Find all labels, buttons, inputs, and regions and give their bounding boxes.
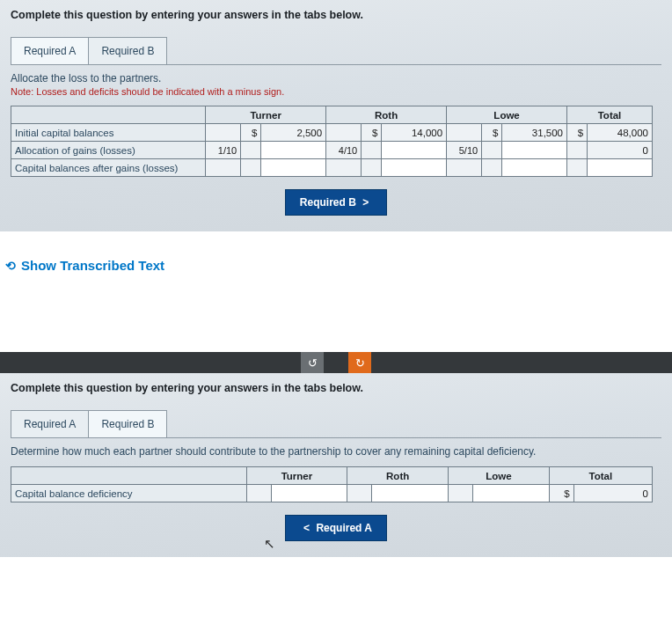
row-alloc-label: Allocation of gains (losses) bbox=[11, 142, 206, 159]
roth-def-input[interactable] bbox=[372, 485, 449, 502]
instruction-text: Complete this question by entering your … bbox=[11, 382, 665, 394]
panel-required-b: Complete this question by entering your … bbox=[0, 373, 672, 557]
nav-label: Required A bbox=[316, 522, 372, 534]
table-row: Allocation of gains (losses) 1/10 4/10 5… bbox=[11, 142, 653, 159]
nav-row-top: Required B > bbox=[11, 189, 661, 216]
col-lowe: Lowe bbox=[447, 106, 567, 124]
cell bbox=[362, 159, 382, 177]
prompt-b: Determine how much each partner should c… bbox=[11, 445, 661, 458]
next-required-b-button[interactable]: Required B > bbox=[285, 189, 387, 216]
prompt-a: Allocate the loss to the partners. bbox=[11, 72, 661, 84]
undo-button[interactable]: ↺ bbox=[301, 352, 324, 373]
turner-alloc-input[interactable] bbox=[261, 142, 326, 159]
nav-row-bottom: < Required A bbox=[11, 515, 661, 541]
transcribed-section: Show Transcribed Text bbox=[0, 231, 672, 352]
cell[interactable] bbox=[206, 124, 241, 142]
tab-body-b: Determine how much each partner should c… bbox=[11, 437, 661, 541]
table-row: Capital balance deficiency $ 0 bbox=[11, 485, 653, 502]
lowe-def-input[interactable] bbox=[473, 485, 550, 502]
deficiency-table: Turner Roth Lowe Total Capital balance d… bbox=[11, 466, 653, 502]
row-initial-label: Initial capital balances bbox=[11, 124, 206, 142]
cell: $ bbox=[482, 124, 502, 142]
cell bbox=[567, 159, 588, 177]
col-lowe: Lowe bbox=[449, 467, 550, 485]
tabs-top: Required A Required B bbox=[11, 37, 665, 64]
roth-alloc-input[interactable] bbox=[382, 142, 447, 159]
total-def: 0 bbox=[573, 485, 652, 502]
col-blank bbox=[11, 467, 247, 485]
tab-required-b[interactable]: Required B bbox=[89, 410, 167, 437]
lowe-fraction[interactable]: 5/10 bbox=[447, 142, 482, 159]
lowe-initial[interactable]: 31,500 bbox=[502, 124, 567, 142]
cell bbox=[482, 142, 502, 159]
turner-after-input[interactable] bbox=[261, 159, 326, 177]
panel-required-a: Complete this question by entering your … bbox=[0, 0, 672, 231]
col-blank bbox=[11, 106, 206, 124]
cell bbox=[482, 159, 502, 177]
cell bbox=[567, 142, 588, 159]
mid-toolbar: ↺ ↻ bbox=[0, 352, 672, 373]
tab-required-a[interactable]: Required A bbox=[11, 410, 89, 437]
cell[interactable] bbox=[326, 159, 362, 177]
undo-icon: ↺ bbox=[308, 356, 318, 370]
roth-fraction[interactable]: 4/10 bbox=[326, 142, 362, 159]
col-turner: Turner bbox=[246, 467, 347, 485]
cell bbox=[362, 142, 382, 159]
instruction-text: Complete this question by entering your … bbox=[11, 9, 665, 21]
allocation-table: Turner Roth Lowe Total Initial capital b… bbox=[11, 106, 653, 177]
redo-icon: ↻ bbox=[355, 356, 365, 370]
cell[interactable] bbox=[206, 159, 241, 177]
lowe-alloc-input[interactable] bbox=[502, 142, 567, 159]
roth-initial[interactable]: 14,000 bbox=[382, 124, 447, 142]
cell: $ bbox=[549, 485, 573, 502]
prev-required-a-button[interactable]: < Required A bbox=[285, 515, 387, 541]
cell: $ bbox=[241, 124, 261, 142]
note-a: Note: Losses and deficits should be indi… bbox=[11, 86, 661, 97]
table-row: Initial capital balances $ 2,500 $ 14,00… bbox=[11, 124, 653, 142]
cell[interactable] bbox=[447, 159, 482, 177]
row-deficiency-label: Capital balance deficiency bbox=[11, 485, 247, 502]
cell bbox=[449, 485, 473, 502]
total-after[interactable] bbox=[588, 159, 653, 177]
tab-body-a: Allocate the loss to the partners. Note:… bbox=[11, 64, 661, 216]
col-roth: Roth bbox=[347, 467, 449, 485]
table-row: Capital balances after gains (losses) bbox=[11, 159, 653, 177]
chevron-left-icon: < bbox=[303, 522, 310, 534]
cell: $ bbox=[362, 124, 382, 142]
col-total: Total bbox=[567, 106, 653, 124]
nav-label: Required B bbox=[300, 196, 356, 209]
turner-initial[interactable]: 2,500 bbox=[261, 124, 326, 142]
tabs-bottom: Required A Required B bbox=[11, 410, 665, 437]
cell bbox=[246, 485, 271, 502]
roth-after-input[interactable] bbox=[382, 159, 447, 177]
tab-required-b[interactable]: Required B bbox=[89, 37, 167, 64]
col-roth: Roth bbox=[326, 106, 447, 124]
col-total: Total bbox=[549, 467, 652, 485]
turner-fraction[interactable]: 1/10 bbox=[206, 142, 241, 159]
lowe-after-input[interactable] bbox=[502, 159, 567, 177]
redo-button[interactable]: ↻ bbox=[348, 352, 371, 373]
cell[interactable] bbox=[447, 124, 482, 142]
cell[interactable] bbox=[326, 124, 362, 142]
turner-def-input[interactable] bbox=[271, 485, 347, 502]
cell bbox=[241, 142, 261, 159]
total-alloc: 0 bbox=[588, 142, 653, 159]
cell: $ bbox=[567, 124, 588, 142]
chevron-right-icon: > bbox=[362, 196, 369, 209]
tab-required-a[interactable]: Required A bbox=[11, 37, 89, 64]
col-turner: Turner bbox=[206, 106, 326, 124]
row-after-label: Capital balances after gains (losses) bbox=[11, 159, 206, 177]
cell bbox=[241, 159, 261, 177]
cell bbox=[347, 485, 372, 502]
show-transcribed-link[interactable]: Show Transcribed Text bbox=[5, 258, 164, 273]
total-initial: 48,000 bbox=[588, 124, 653, 142]
